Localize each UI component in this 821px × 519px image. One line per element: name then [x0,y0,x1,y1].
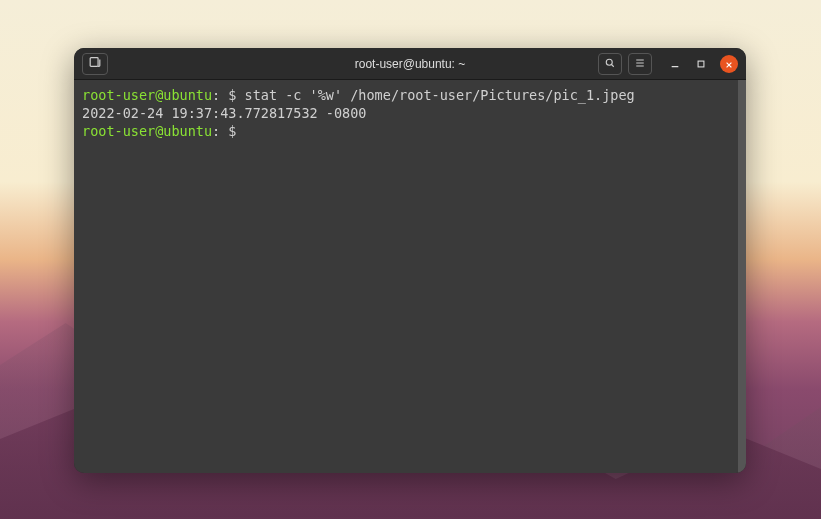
close-button[interactable] [720,55,738,73]
hamburger-icon [634,55,646,73]
terminal-line-command: root-user@ubuntu: $ stat -c '%w' /home/r… [82,86,738,104]
svg-point-1 [606,59,612,65]
command-text: stat -c '%w' /home/root-user/Pictures/pi… [245,87,635,103]
prompt-user-host: root-user@ubuntu [82,87,212,103]
close-icon [725,55,733,73]
svg-rect-0 [90,57,98,66]
menu-button[interactable] [628,53,652,75]
prompt-separator: : [212,123,220,139]
terminal-output-area[interactable]: root-user@ubuntu: $ stat -c '%w' /home/r… [74,80,746,473]
prompt-user-host: root-user@ubuntu [82,123,212,139]
new-tab-icon [88,55,102,73]
search-button[interactable] [598,53,622,75]
titlebar-right-controls [598,53,738,75]
titlebar-left-controls [82,53,108,75]
terminal-scrollbar[interactable] [738,80,746,473]
window-title: root-user@ubuntu: ~ [355,57,466,71]
output-text: 2022-02-24 19:37:43.772817532 -0800 [82,105,366,121]
window-controls [668,55,738,73]
maximize-icon [696,55,706,73]
maximize-button[interactable] [694,57,708,71]
minimize-button[interactable] [668,57,682,71]
terminal-line-output: 2022-02-24 19:37:43.772817532 -0800 [82,104,738,122]
prompt-symbol: $ [220,123,244,139]
prompt-symbol: $ [220,87,244,103]
terminal-window: root-user@ubuntu: ~ [74,48,746,473]
svg-rect-7 [698,61,704,67]
window-titlebar[interactable]: root-user@ubuntu: ~ [74,48,746,80]
new-tab-button[interactable] [82,53,108,75]
terminal-line-prompt: root-user@ubuntu: $ [82,122,738,140]
minimize-icon [670,55,680,73]
prompt-separator: : [212,87,220,103]
search-icon [604,55,616,73]
svg-line-2 [612,64,614,66]
